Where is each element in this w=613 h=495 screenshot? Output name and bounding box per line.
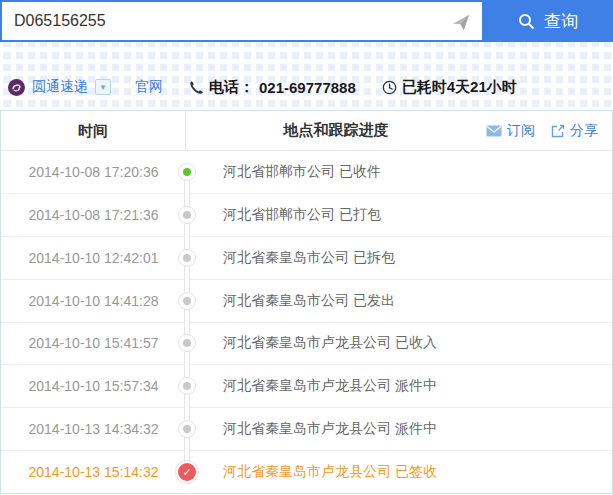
elapsed-group: 已耗时4天21小时 xyxy=(382,78,517,97)
tracking-row: 2014-10-08 17:21:36 ✓ 河北省邯郸市公司 已打包 xyxy=(1,194,612,237)
search-icon xyxy=(518,13,535,30)
event-time: 2014-10-10 15:57:34 xyxy=(1,378,186,394)
tracking-row: 2014-10-13 15:14:32 ✓ 河北省秦皇岛市卢龙县公司 已签收 xyxy=(1,451,612,493)
progress-column-header: 地点和跟踪进度 xyxy=(186,121,486,140)
share-link[interactable]: 分享 xyxy=(551,122,598,140)
tracking-row: 2014-10-08 17:20:36 ✓ 河北省邯郸市公司 已收件 xyxy=(1,151,612,194)
clock-icon xyxy=(382,80,397,95)
timeline-dot-icon: ✓ xyxy=(178,377,196,395)
tracking-row: 2014-10-10 15:57:34 ✓ 河北省秦皇岛市卢龙县公司 派件中 xyxy=(1,365,612,408)
share-label: 分享 xyxy=(570,122,598,140)
event-text: 河北省秦皇岛市卢龙县公司 派件中 xyxy=(223,420,437,438)
tracking-panel: 时间 地点和跟踪进度 订阅 分享 xyxy=(0,110,613,494)
event-text: 河北省秦皇岛市公司 已发出 xyxy=(223,292,395,310)
tracking-row: 2014-10-10 14:41:28 ✓ 河北省秦皇岛市公司 已发出 xyxy=(1,280,612,323)
send-arrow-icon xyxy=(452,13,470,31)
time-column-header: 时间 xyxy=(1,111,186,150)
timeline-dot-icon: ✓ xyxy=(178,206,196,224)
header-actions: 订阅 分享 xyxy=(486,122,612,140)
event-text: 河北省邯郸市公司 已打包 xyxy=(223,206,381,224)
tracking-row: 2014-10-10 15:41:57 ✓ 河北省秦皇岛市卢龙县公司 已收入 xyxy=(1,323,612,366)
tracking-row: 2014-10-13 14:34:32 ✓ 河北省秦皇岛市卢龙县公司 派件中 xyxy=(1,408,612,451)
tracking-row: 2014-10-10 12:42:01 ✓ 河北省秦皇岛市公司 已拆包 xyxy=(1,237,612,280)
event-text: 河北省秦皇岛市公司 已拆包 xyxy=(223,249,395,267)
elapsed-time: 已耗时4天21小时 xyxy=(402,78,517,97)
share-icon xyxy=(551,124,565,138)
timeline-dot-received-icon: ✓ xyxy=(178,163,196,181)
official-site-link[interactable]: 官网 xyxy=(135,78,163,96)
chevron-down-icon: ▾ xyxy=(101,83,106,92)
event-time: 2014-10-13 15:14:32 xyxy=(1,464,186,480)
event-time: 2014-10-10 15:41:57 xyxy=(1,335,186,351)
check-icon: ✓ xyxy=(182,466,191,479)
event-time: 2014-10-13 14:34:32 xyxy=(1,421,186,437)
table-header: 时间 地点和跟踪进度 订阅 分享 xyxy=(1,111,612,151)
event-time: 2014-10-10 14:41:28 xyxy=(1,293,186,309)
subscribe-label: 订阅 xyxy=(507,122,535,140)
timeline-dot-icon: ✓ xyxy=(178,292,196,310)
carrier-info-row: 圆通速递 ▾ 官网 电话：021-69777888 已耗时4天21小时 xyxy=(8,72,613,102)
envelope-icon xyxy=(486,125,502,137)
tracking-rows: 2014-10-08 17:20:36 ✓ 河北省邯郸市公司 已收件 2014-… xyxy=(1,151,612,493)
carrier-logo-icon xyxy=(8,79,25,96)
event-text: 河北省秦皇岛市卢龙县公司 派件中 xyxy=(223,377,437,395)
phone-icon xyxy=(189,80,204,95)
event-text: 河北省秦皇岛市卢龙县公司 已签收 xyxy=(223,463,437,481)
search-button[interactable]: 查询 xyxy=(483,0,613,42)
phone-label: 电话： xyxy=(209,78,254,97)
phone-group: 电话：021-69777888 xyxy=(189,78,356,97)
carrier-dropdown-toggle[interactable]: ▾ xyxy=(95,79,111,95)
search-button-label: 查询 xyxy=(544,10,578,33)
event-text: 河北省秦皇岛市卢龙县公司 已收入 xyxy=(223,334,437,352)
timeline-dot-signed-icon: ✓ xyxy=(175,460,199,484)
timeline-dot-icon: ✓ xyxy=(178,334,196,352)
phone-number: 021-69777888 xyxy=(259,79,356,96)
event-time: 2014-10-10 12:42:01 xyxy=(1,250,186,266)
event-time: 2014-10-08 17:21:36 xyxy=(1,207,186,223)
carrier-name-link[interactable]: 圆通速递 xyxy=(32,78,88,96)
timeline-dot-icon: ✓ xyxy=(178,249,196,267)
timeline-dot-icon: ✓ xyxy=(178,420,196,438)
tracking-number-input[interactable] xyxy=(0,0,484,42)
event-time: 2014-10-08 17:20:36 xyxy=(1,164,186,180)
subscribe-link[interactable]: 订阅 xyxy=(486,122,535,140)
event-text: 河北省邯郸市公司 已收件 xyxy=(223,163,381,181)
